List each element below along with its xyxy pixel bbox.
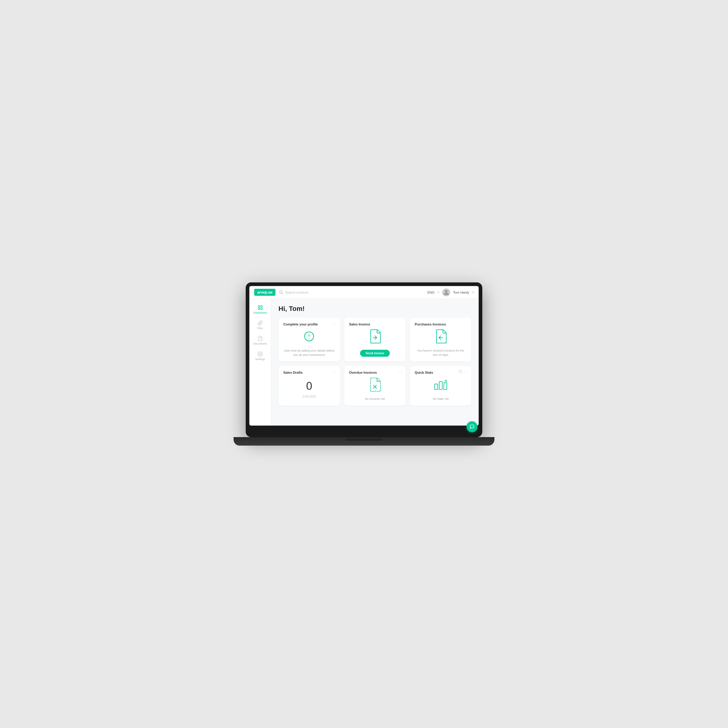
card-menu-quick-stats[interactable]: ··· bbox=[464, 369, 468, 374]
svg-point-8 bbox=[259, 353, 261, 355]
paperclip-icon bbox=[257, 320, 263, 326]
send-invoice-button[interactable]: Send invoice bbox=[360, 350, 390, 357]
chat-icon bbox=[470, 424, 474, 429]
app-logo: arvep.ee bbox=[254, 289, 275, 296]
sales-drafts-card: Sales Drafts ··· 0 0.00 EUR bbox=[278, 366, 340, 405]
svg-rect-3 bbox=[258, 306, 260, 307]
complete-profile-title: Complete your profile bbox=[283, 323, 335, 326]
topbar: arvep.ee Search invoices ENG ▾ bbox=[249, 286, 479, 299]
content-area: Hi, Tom! Complete your profile ··· bbox=[271, 299, 479, 425]
overdue-invoices-card: Overdue Invoices ··· bbox=[344, 366, 406, 405]
avatar bbox=[442, 289, 450, 296]
complete-profile-icon-container bbox=[304, 329, 315, 344]
cards-grid: Complete your profile ··· bbox=[278, 318, 471, 405]
svg-rect-16 bbox=[439, 382, 442, 390]
empty-doc-icon bbox=[369, 377, 381, 392]
quick-stats-icon-container bbox=[434, 377, 447, 392]
bar-chart-icon bbox=[434, 379, 447, 391]
card-menu-complete-profile[interactable]: ··· bbox=[333, 321, 336, 326]
sidebar-files-label: Files bbox=[257, 327, 263, 330]
overdue-empty-label: No Invoices Yet bbox=[365, 397, 385, 401]
svg-rect-15 bbox=[435, 384, 438, 390]
gear-icon bbox=[257, 351, 263, 357]
main-area: Dashboard Files bbox=[249, 299, 479, 425]
sidebar-item-settings[interactable]: Settings bbox=[251, 349, 269, 363]
search-container[interactable]: Search invoices bbox=[279, 290, 427, 294]
grid-icon bbox=[257, 305, 263, 310]
svg-rect-4 bbox=[260, 306, 262, 307]
user-name[interactable]: Tom Hardy bbox=[453, 291, 469, 294]
svg-line-1 bbox=[282, 293, 282, 294]
overdue-icon-container bbox=[369, 377, 381, 392]
sidebar-item-documents[interactable]: Documents bbox=[251, 333, 269, 348]
sales-invoice-icon-container bbox=[369, 329, 381, 344]
lock-icon[interactable] bbox=[459, 369, 462, 374]
lang-selector[interactable]: ENG bbox=[427, 291, 435, 294]
topbar-right: ENG ▾ Tom Hardy ▾ bbox=[427, 289, 474, 296]
sidebar-documents-label: Documents bbox=[253, 342, 267, 345]
chat-fab-button[interactable] bbox=[466, 421, 477, 432]
complete-profile-card: Complete your profile ··· bbox=[278, 318, 340, 362]
purchases-invoices-title: Purchases Invoices bbox=[414, 323, 466, 326]
sales-drafts-amount: 0.00 EUR bbox=[303, 395, 316, 398]
purchases-desc: You haven't received invoices for the la… bbox=[414, 349, 466, 357]
sales-invoice-card: Sales Invoice bbox=[344, 318, 406, 362]
sidebar-item-files[interactable]: Files bbox=[251, 318, 269, 332]
sidebar-dashboard-label: Dashboard bbox=[253, 311, 267, 314]
send-invoice-icon bbox=[369, 329, 381, 344]
alert-circle-icon bbox=[304, 331, 315, 342]
svg-rect-14 bbox=[459, 371, 462, 373]
card-menu-sales-drafts[interactable]: ··· bbox=[333, 369, 336, 374]
purchases-invoice-icon bbox=[435, 329, 447, 344]
sales-drafts-title: Sales Drafts bbox=[283, 371, 335, 374]
page-greeting: Hi, Tom! bbox=[278, 305, 471, 313]
overdue-invoices-title: Overdue Invoices bbox=[349, 371, 401, 374]
svg-rect-17 bbox=[444, 383, 447, 390]
svg-point-2 bbox=[445, 290, 447, 292]
sidebar-settings-label: Settings bbox=[255, 358, 265, 361]
sales-invoice-title: Sales Invoice bbox=[349, 323, 401, 326]
sales-drafts-count: 0 bbox=[306, 380, 312, 393]
search-placeholder: Search invoices bbox=[285, 291, 309, 294]
sidebar: Dashboard Files bbox=[249, 299, 271, 425]
purchases-icon-container bbox=[435, 329, 447, 344]
complete-profile-desc: Save time by adding your details before … bbox=[283, 349, 335, 357]
quick-stats-empty-label: No Stats Yet bbox=[433, 397, 449, 401]
svg-rect-5 bbox=[258, 308, 260, 310]
quick-stats-card: Quick Stats ··· bbox=[410, 366, 471, 405]
card-menu-overdue[interactable]: ··· bbox=[399, 369, 402, 374]
search-icon bbox=[279, 290, 283, 294]
laptop-base bbox=[234, 437, 494, 446]
purchases-invoices-card: Purchases Invoices bbox=[410, 318, 471, 362]
sidebar-item-dashboard[interactable]: Dashboard bbox=[251, 303, 269, 317]
document-icon bbox=[257, 336, 263, 341]
svg-rect-6 bbox=[260, 308, 262, 310]
